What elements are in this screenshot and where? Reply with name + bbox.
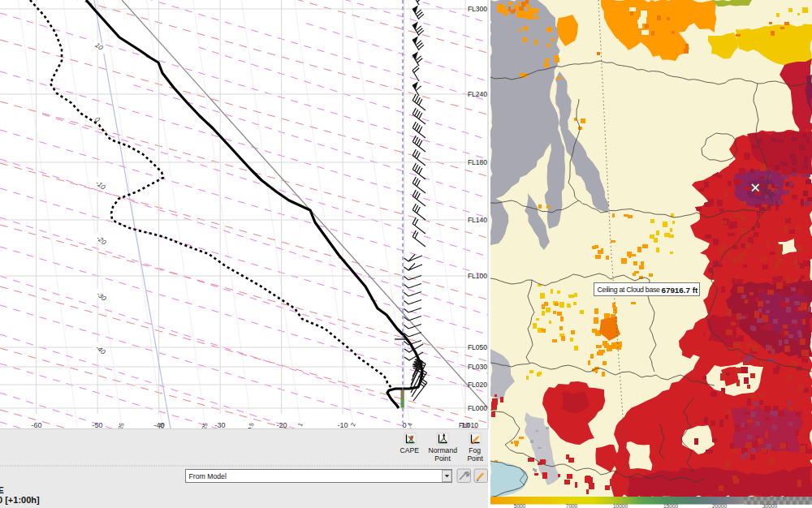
svg-text:FL180: FL180	[468, 158, 487, 166]
svg-text:-50: -50	[92, 421, 102, 429]
svg-text:-10: -10	[337, 421, 348, 429]
svg-text:-60: -60	[31, 421, 41, 429]
svg-text:10: 10	[461, 421, 469, 429]
svg-text:15000: 15000	[663, 503, 678, 508]
svg-text:Point: Point	[434, 454, 451, 463]
svg-text:FL240: FL240	[468, 90, 487, 98]
svg-text:5000: 5000	[514, 503, 526, 508]
svg-text:0 [+1:00h]: 0 [+1:00h]	[0, 495, 40, 505]
svg-text:FL100: FL100	[468, 272, 487, 280]
svg-text:FL000: FL000	[468, 404, 487, 412]
svg-text:From Model: From Model	[189, 472, 227, 480]
svg-text:Ceiling at Cloud base: Ceiling at Cloud base	[598, 286, 661, 294]
svg-text:Point: Point	[467, 454, 483, 463]
svg-text:7000: 7000	[566, 503, 578, 508]
svg-text:CAPE: CAPE	[400, 446, 420, 454]
svg-text:FL140: FL140	[468, 216, 487, 224]
svg-text:Normand: Normand	[429, 446, 458, 454]
svg-text:FL300: FL300	[468, 5, 487, 13]
svg-text:30000: 30000	[762, 503, 777, 508]
svg-text:10000: 10000	[613, 503, 628, 508]
svg-text:67916.7 ft: 67916.7 ft	[662, 286, 698, 295]
svg-text:-30: -30	[214, 421, 225, 429]
svg-text:FL030: FL030	[468, 363, 487, 371]
svg-text:Fog: Fog	[469, 446, 481, 454]
svg-text:FL050: FL050	[468, 343, 487, 351]
svg-text:20000: 20000	[712, 503, 727, 508]
svg-text:-20: -20	[276, 421, 287, 429]
svg-text:E: E	[0, 486, 4, 495]
svg-text:FL020: FL020	[468, 381, 487, 389]
